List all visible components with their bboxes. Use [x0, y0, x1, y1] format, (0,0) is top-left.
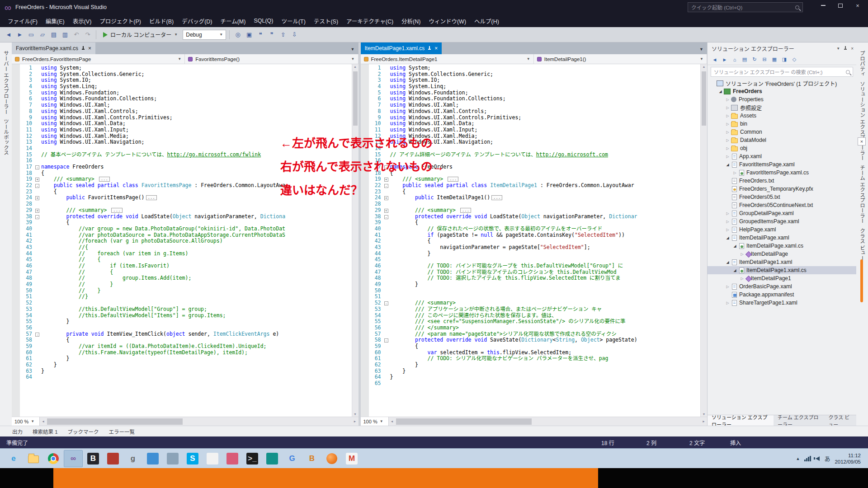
bottom-panel-tab[interactable]: ブックマーク: [64, 427, 103, 436]
expanded-arrow-icon[interactable]: ◢: [732, 268, 738, 272]
save-icon[interactable]: ▤: [49, 30, 59, 40]
vertical-scrollbar[interactable]: ▲ ▼: [700, 64, 707, 417]
collapsed-arrow-icon[interactable]: ▷: [725, 146, 731, 150]
tool-window-tab[interactable]: プロパティ: [859, 51, 866, 77]
tree-item[interactable]: ▷GroupDetailPage.xaml: [708, 209, 856, 217]
close-icon[interactable]: ×: [851, 46, 854, 51]
horizontal-scrollbar[interactable]: ◄ ►: [389, 417, 708, 426]
taskbar-file-explorer-icon[interactable]: [24, 450, 43, 467]
vertical-scrollbar[interactable]: ▲ ▼: [352, 64, 359, 417]
floating-close-button[interactable]: ×: [858, 137, 866, 145]
redo-icon[interactable]: ↷: [83, 30, 93, 40]
menu-item[interactable]: ファイル(F): [4, 14, 42, 28]
collapsed-arrow-icon[interactable]: ▷: [725, 122, 731, 126]
collapse-region-icon[interactable]: -: [384, 338, 388, 343]
tree-item[interactable]: ▷App.xaml: [708, 152, 856, 160]
collapse-region-icon[interactable]: -: [384, 301, 388, 305]
scrollbar-thumb[interactable]: [353, 71, 358, 126]
scrollbar-thumb[interactable]: [396, 418, 532, 425]
collapsed-arrow-icon[interactable]: ▷: [725, 98, 731, 102]
tree-item[interactable]: ◢FavoritItemsPage.xaml: [708, 160, 856, 169]
menu-item[interactable]: プロジェクト(P): [95, 14, 145, 28]
show-all-files-icon[interactable]: ▤: [741, 56, 749, 64]
undo-icon[interactable]: ↶: [71, 30, 81, 40]
tab-close-icon[interactable]: ×: [88, 46, 91, 51]
tool-window-tab[interactable]: サーバー エクスプローラー: [2, 51, 9, 114]
back-icon[interactable]: ◄: [711, 56, 719, 64]
tree-item[interactable]: ▷GroupedItemsPage.xaml: [708, 217, 856, 225]
menu-item[interactable]: ツール(T): [277, 14, 309, 28]
tree-item[interactable]: ▷DataModel: [708, 136, 856, 144]
refresh-icon[interactable]: ↻: [750, 56, 759, 64]
bottom-panel-tab[interactable]: エラー一覧: [105, 427, 139, 436]
expanded-arrow-icon[interactable]: ◢: [725, 163, 731, 167]
navbar-type-dropdown[interactable]: FreeOrders.ItemDetailPage1 ▼: [361, 54, 534, 64]
tool-window-tab[interactable]: チーム エクスプローラー: [859, 165, 866, 224]
taskbar-photos-app-icon[interactable]: [143, 450, 162, 467]
tree-item[interactable]: ▷OrderBasicPage.xaml: [708, 282, 856, 291]
collapse-all-icon[interactable]: ⊟: [760, 56, 769, 64]
scroll-left-icon[interactable]: ◄: [391, 420, 394, 423]
scroll-up-icon[interactable]: ▲: [352, 65, 359, 68]
collapsed-arrow-icon[interactable]: ▷: [725, 228, 731, 232]
taskbar-gimp-icon[interactable]: g: [123, 450, 142, 467]
scroll-right-icon[interactable]: ►: [702, 420, 705, 423]
maximize-button[interactable]: [832, 0, 849, 11]
expand-region-icon[interactable]: +: [384, 209, 388, 213]
tree-item[interactable]: ▷obj: [708, 144, 856, 152]
collapse-region-icon[interactable]: -: [384, 184, 388, 188]
menu-item[interactable]: チーム(M): [217, 14, 250, 28]
collapsed-arrow-icon[interactable]: ▷: [725, 301, 731, 305]
collapsed-arrow-icon[interactable]: ▷: [725, 138, 731, 142]
taskbar-google-icon[interactable]: G: [283, 450, 302, 467]
find-in-files-icon[interactable]: ▣: [244, 30, 254, 40]
preview-icon[interactable]: ◨: [780, 56, 788, 64]
code-editor[interactable]: 1using System;2using System.Collections.…: [361, 64, 708, 417]
menu-item[interactable]: 分析(N): [397, 14, 425, 28]
taskbar-orange-b-app-icon[interactable]: B: [302, 450, 321, 467]
panel-tab[interactable]: チーム エクスプローラー: [774, 415, 824, 426]
comment-icon[interactable]: ❝: [255, 30, 265, 40]
pin-icon[interactable]: [844, 46, 847, 51]
tree-item[interactable]: ▷Assets: [708, 112, 856, 120]
collapsed-arrow-icon[interactable]: ▷: [725, 130, 731, 134]
taskbar-teal-app-icon[interactable]: [263, 450, 282, 467]
tab-list-chevron-icon[interactable]: ▼: [699, 47, 707, 54]
menu-item[interactable]: 表示(V): [69, 14, 96, 28]
configuration-dropdown[interactable]: Debug ▼: [183, 30, 226, 40]
tree-item[interactable]: FreeOrders_TemporaryKey.pfx: [708, 185, 856, 193]
collapsed-arrow-icon[interactable]: ▷: [725, 155, 731, 159]
tree-item[interactable]: FreeOrders05.txt: [708, 193, 856, 201]
tree-item[interactable]: ▷FavoritItemsPage.xaml.cs: [708, 169, 856, 177]
line-up-icon[interactable]: ⇧: [278, 30, 288, 40]
orange-scroll-indicator[interactable]: [860, 259, 863, 302]
tree-item[interactable]: ◢ItemDetailPage.xaml: [708, 234, 856, 242]
scroll-right-icon[interactable]: ►: [354, 420, 357, 423]
tree-item[interactable]: FreeOrders05ContinueNext.txt: [708, 201, 856, 209]
collapse-region-icon[interactable]: -: [35, 165, 39, 169]
collapsed-arrow-icon[interactable]: ▷: [725, 211, 731, 216]
hidden-icons-arrow[interactable]: ▲: [796, 456, 800, 461]
collapse-region-icon[interactable]: -: [384, 165, 388, 169]
expand-region-icon[interactable]: +: [35, 196, 39, 200]
panel-tab[interactable]: ソリューション エクスプローラー: [708, 415, 774, 426]
collapse-region-icon[interactable]: -: [35, 215, 39, 219]
collapsed-arrow-icon[interactable]: ▷: [739, 252, 745, 256]
properties-icon[interactable]: ▦: [770, 56, 778, 64]
scrollbar-thumb[interactable]: [47, 418, 183, 425]
expanded-arrow-icon[interactable]: ◢: [725, 260, 731, 264]
taskbar-messenger-icon[interactable]: [163, 450, 182, 467]
collapsed-arrow-icon[interactable]: ▷: [725, 285, 731, 289]
tree-item[interactable]: ◢ItemDetailPage1.xaml: [708, 258, 856, 266]
save-all-icon[interactable]: ▥: [60, 30, 70, 40]
new-file-icon[interactable]: ▭: [26, 30, 36, 40]
ime-indicator[interactable]: あ: [824, 454, 830, 463]
scroll-down-icon[interactable]: ▼: [352, 413, 359, 416]
menu-item[interactable]: SQL(Q): [250, 15, 277, 26]
taskbar-pink-app-icon[interactable]: [223, 450, 242, 467]
code-icon[interactable]: ◇: [790, 56, 798, 64]
navbar-member-dropdown[interactable]: ItemDetailPage1() ▼: [534, 54, 707, 64]
navbar-member-dropdown[interactable]: FavoritItemsPage() ▼: [185, 54, 358, 64]
tree-item[interactable]: ▷Properties: [708, 95, 856, 103]
taskbar-internet-explorer-icon[interactable]: e: [4, 450, 23, 467]
